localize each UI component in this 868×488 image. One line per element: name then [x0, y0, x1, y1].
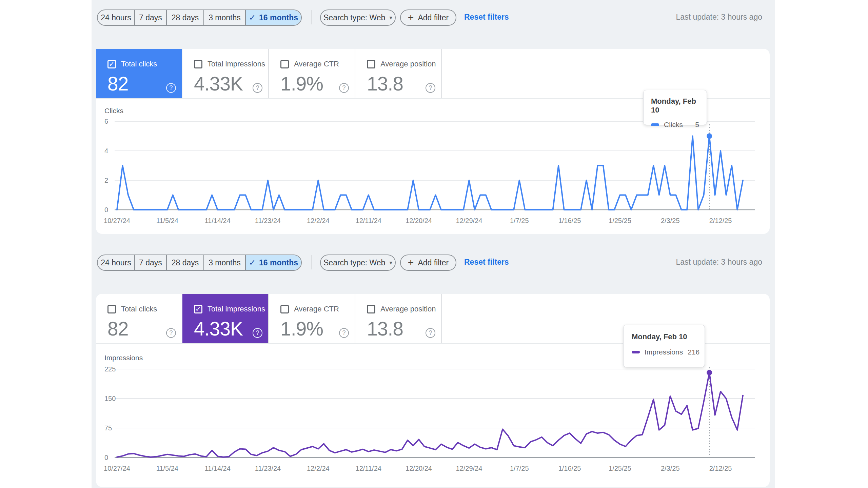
date-range-chip-16-months[interactable]: ✓16 months — [246, 255, 301, 270]
reset-filters-link[interactable]: Reset filters — [464, 254, 509, 270]
reset-filters-link[interactable]: Reset filters — [464, 9, 509, 25]
date-range-label: 16 months — [259, 258, 298, 267]
search-type-button[interactable]: Search type: Web ▾ — [320, 9, 396, 26]
search-type-label: Search type: Web — [323, 258, 385, 267]
help-icon[interactable]: ? — [339, 328, 349, 338]
chart-tooltip: Monday, Feb 10 Clicks 5 — [643, 90, 707, 125]
last-update-text: Last update: 3 hours ago — [606, 9, 762, 25]
add-filter-label: Add filter — [418, 258, 449, 267]
checkbox-unchecked-icon[interactable] — [280, 305, 289, 313]
date-range-label: 28 days — [172, 13, 199, 22]
metric-card-label: Total impressions — [208, 60, 265, 68]
toolbar-divider — [311, 10, 312, 24]
search-type-label: Search type: Web — [323, 13, 385, 22]
date-range-chip-28-days[interactable]: 28 days — [167, 255, 204, 270]
metric-card-label: Total clicks — [121, 60, 157, 68]
checkbox-unchecked-icon[interactable] — [194, 60, 202, 68]
date-range-label: 3 months — [209, 13, 241, 22]
date-range-label: 7 days — [139, 13, 162, 22]
checkbox-unchecked-icon[interactable] — [107, 305, 116, 313]
tooltip-value: 216 — [688, 348, 699, 356]
add-filter-label: Add filter — [418, 13, 449, 22]
tooltip-date: Monday, Feb 10 — [632, 332, 696, 341]
checkbox-checked-icon[interactable]: ✓ — [107, 60, 116, 68]
date-range-chip-7-days[interactable]: 7 days — [135, 10, 167, 25]
metric-card-label: Average position — [380, 60, 436, 68]
date-range-label: 16 months — [259, 13, 298, 22]
metric-card-total-impressions[interactable]: ✓Total impressions4.33K? — [182, 294, 269, 343]
search-type-button[interactable]: Search type: Web ▾ — [320, 255, 396, 271]
metric-card-label: Average CTR — [294, 305, 339, 313]
metric-card-total-clicks[interactable]: ✓Total clicks82? — [96, 49, 182, 98]
date-range-label: 7 days — [139, 258, 162, 267]
checkbox-unchecked-icon[interactable] — [280, 60, 289, 68]
tooltip-series-label: Clicks — [664, 121, 683, 129]
metric-card-total-impressions[interactable]: Total impressions4.33K? — [182, 49, 269, 98]
date-range-chip-24-hours[interactable]: 24 hours — [98, 10, 135, 25]
help-icon[interactable]: ? — [166, 328, 176, 338]
search-console-performance-page: 24 hours7 days28 days3 months✓16 months … — [0, 0, 868, 488]
date-range-label: 3 months — [209, 258, 241, 267]
chart-tooltip: Monday, Feb 10 Impressions 216 — [623, 325, 705, 367]
help-icon[interactable]: ? — [339, 83, 349, 93]
date-range-chip-3-months[interactable]: 3 months — [204, 255, 246, 270]
date-range-label: 24 hours — [101, 13, 131, 22]
add-filter-button[interactable]: + Add filter — [400, 9, 456, 26]
tooltip-value: 5 — [695, 121, 699, 129]
date-range-chip-24-hours[interactable]: 24 hours — [98, 255, 135, 270]
plus-icon: + — [408, 13, 414, 23]
metric-card-average-position[interactable]: Average position13.8? — [355, 49, 442, 98]
metric-card-label: Average CTR — [294, 60, 339, 68]
metric-card-average-ctr[interactable]: Average CTR1.9%? — [269, 49, 355, 98]
help-icon[interactable]: ? — [426, 83, 435, 93]
last-update-text: Last update: 3 hours ago — [606, 254, 762, 270]
tooltip-date: Monday, Feb 10 — [651, 97, 699, 115]
date-range-chip-3-months[interactable]: 3 months — [204, 10, 246, 25]
metric-card-label: Total clicks — [121, 305, 157, 313]
clicks-series-swatch — [651, 123, 659, 126]
impressions-series-swatch — [632, 351, 640, 353]
checkbox-checked-icon[interactable]: ✓ — [194, 305, 202, 313]
chevron-down-icon: ▾ — [389, 259, 392, 266]
chevron-down-icon: ▾ — [389, 14, 392, 21]
toolbar-divider — [311, 255, 312, 269]
checkbox-unchecked-icon[interactable] — [367, 60, 375, 68]
check-icon: ✓ — [249, 259, 256, 267]
help-icon[interactable]: ? — [426, 328, 435, 338]
metric-card-label: Average position — [380, 305, 436, 313]
metric-card-total-clicks[interactable]: Total clicks82? — [96, 294, 182, 343]
checkbox-unchecked-icon[interactable] — [367, 305, 375, 313]
date-range-chip-28-days[interactable]: 28 days — [167, 10, 204, 25]
date-range-label: 24 hours — [101, 258, 131, 267]
plus-icon: + — [408, 258, 414, 268]
date-range-chip-7-days[interactable]: 7 days — [135, 255, 167, 270]
add-filter-button[interactable]: + Add filter — [400, 255, 456, 271]
metric-card-average-ctr[interactable]: Average CTR1.9%? — [269, 294, 355, 343]
help-icon[interactable]: ? — [253, 83, 262, 93]
check-icon: ✓ — [249, 14, 256, 22]
tooltip-series-label: Impressions — [645, 348, 683, 356]
date-range-chip-16-months[interactable]: ✓16 months — [246, 10, 301, 25]
help-icon[interactable]: ? — [166, 83, 176, 93]
date-range-chips: 24 hours7 days28 days3 months✓16 months — [97, 9, 302, 26]
metric-card-average-position[interactable]: Average position13.8? — [355, 294, 442, 343]
help-icon[interactable]: ? — [253, 328, 262, 338]
date-range-chips: 24 hours7 days28 days3 months✓16 months — [97, 255, 302, 271]
date-range-label: 28 days — [172, 258, 199, 267]
metric-card-label: Total impressions — [208, 305, 265, 313]
